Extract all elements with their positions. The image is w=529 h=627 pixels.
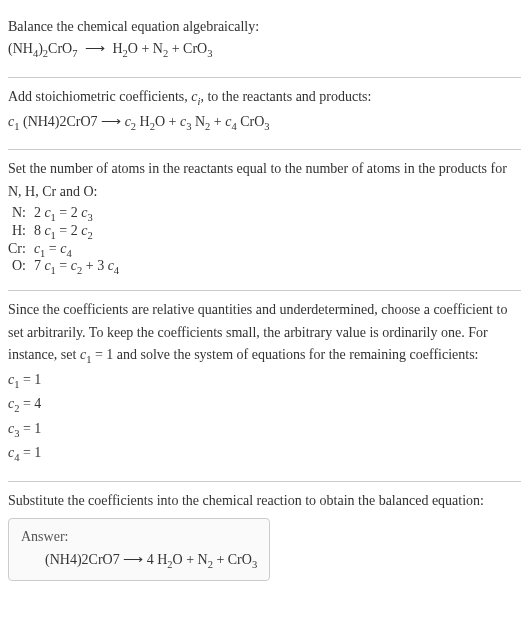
section-solve: Since the coefficients are relative quan… [8,291,521,482]
atom-equation: 7 c1 = c2 + 3 c4 [34,258,119,276]
coeff-equation: c1 (NH4)2CrO7 ⟶ c2 H2O + c3 N2 + c4 CrO3 [8,111,521,136]
atom-label: Cr: [8,241,34,259]
answer-equation: (NH4)2CrO7 ⟶ 4 H2O + N2 + CrO3 [21,551,257,570]
solve-c2: c2 = 4 [8,393,521,418]
atom-equation: c1 = c4 [34,241,119,259]
section-add-coefficients: Add stoichiometric coefficients, ci, to … [8,78,521,150]
atom-label: N: [8,205,34,223]
atom-eq-table: N: 2 c1 = 2 c3 H: 8 c1 = 2 c2 Cr: c1 = c… [8,205,119,276]
coeff-title: Add stoichiometric coefficients, ci, to … [8,86,521,111]
atom-label: O: [8,258,34,276]
atom-equation: 2 c1 = 2 c3 [34,205,119,223]
atom-eq-title: Set the number of atoms in the reactants… [8,158,521,203]
table-row: N: 2 c1 = 2 c3 [8,205,119,223]
balance-title: Balance the chemical equation algebraica… [8,16,521,38]
solve-c4: c4 = 1 [8,442,521,467]
atom-label: H: [8,223,34,241]
table-row: O: 7 c1 = c2 + 3 c4 [8,258,119,276]
balance-equation: (NH4)2CrO7 ⟶ H2O + N2 + CrO3 [8,38,521,63]
table-row: Cr: c1 = c4 [8,241,119,259]
substitute-title: Substitute the coefficients into the che… [8,490,521,512]
table-row: H: 8 c1 = 2 c2 [8,223,119,241]
solve-c1: c1 = 1 [8,369,521,394]
section-balance-prompt: Balance the chemical equation algebraica… [8,8,521,78]
section-substitute: Substitute the coefficients into the che… [8,482,521,595]
atom-equation: 8 c1 = 2 c2 [34,223,119,241]
solve-c3: c3 = 1 [8,418,521,443]
answer-label: Answer: [21,529,257,545]
section-atom-equations: Set the number of atoms in the reactants… [8,150,521,291]
answer-box: Answer: (NH4)2CrO7 ⟶ 4 H2O + N2 + CrO3 [8,518,270,581]
solve-title: Since the coefficients are relative quan… [8,299,521,368]
